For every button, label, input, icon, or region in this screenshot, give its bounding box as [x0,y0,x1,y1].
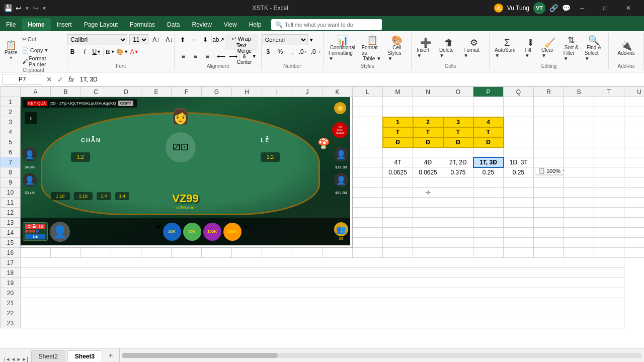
cell-Q1[interactable] [504,97,534,107]
col-header-G[interactable]: G [202,87,232,97]
copy-btn[interactable]: 📄 Copy ▼ [20,45,64,55]
cell-R6[interactable] [534,147,564,157]
hscrollbar[interactable] [119,348,644,362]
cell-K16[interactable] [323,248,353,258]
comma-btn[interactable]: , [287,46,298,57]
cell-S5[interactable] [564,137,594,147]
cell-R4[interactable] [534,127,564,137]
borders-btn[interactable]: ⊞ ▼ [105,46,116,57]
cell-N10[interactable]: ✛ [413,188,443,198]
font-size-select[interactable]: 11 [129,34,148,45]
cell-N16[interactable] [413,248,443,258]
row-header-3[interactable]: 3 [1,117,21,127]
cell-T10[interactable] [594,188,624,198]
fill-color-btn[interactable]: 🎨 ▼ [117,46,128,57]
cell-Q10[interactable] [504,188,534,198]
cell-M1[interactable] [383,97,413,107]
cell-S10[interactable] [564,188,594,198]
col-header-T[interactable]: T [594,87,624,97]
cell-O9[interactable] [443,177,473,188]
cell-O10[interactable] [443,188,473,198]
cell-R8[interactable]: 📋 100% ▼ [534,167,564,177]
maximize-btn[interactable]: □ [594,0,617,16]
cell-P2[interactable] [473,107,504,117]
paste-options-arrow[interactable]: ▼ [561,168,564,174]
sheet-tab-sheet3[interactable]: Sheet3 [67,350,102,362]
save-icon[interactable]: 💾 [4,4,13,12]
row-header-7[interactable]: 7 [1,157,21,167]
formula-input[interactable] [78,74,642,85]
cell-N13[interactable] [413,218,443,228]
cell-N14[interactable] [413,228,443,238]
row-header-20[interactable]: 20 [1,288,21,298]
cell-N15[interactable] [413,238,443,248]
cell-N3[interactable]: 2 [413,117,443,127]
cell-P11[interactable] [473,198,504,208]
paste-btn[interactable]: 📋 Paste ▼ [3,40,19,61]
cell-P6[interactable] [473,147,504,157]
insert-function-icon[interactable]: fx [66,74,76,84]
col-header-A[interactable]: A [21,87,51,97]
cell-P12[interactable] [473,208,504,218]
insert-btn[interactable]: ➕ Insert ▼ [415,37,436,59]
row-header-14[interactable]: 14 [1,228,21,238]
cell-O6[interactable] [443,147,473,157]
cell-O14[interactable] [443,228,473,238]
cell-R13[interactable] [534,218,564,228]
hscrollbar-thumb[interactable] [122,353,278,358]
cell-M9[interactable] [383,177,413,188]
cell-T12[interactable] [594,208,624,218]
cell-T9[interactable] [594,177,624,188]
italic-btn[interactable]: I [79,46,90,57]
cell-O7[interactable]: 2T, 2Đ [443,157,473,167]
cell-M10[interactable] [383,188,413,198]
cell-Q8[interactable]: 0.25 [504,167,534,177]
merge-center-btn[interactable]: Merge & Center ▼ [241,51,252,62]
cell-S3[interactable] [564,117,594,127]
format-painter-btn[interactable]: 🖌 Format Painter [20,56,64,66]
cell-T8[interactable] [594,167,624,177]
sheet-tab-sheet2[interactable]: Sheet2 [31,350,65,362]
cell-U15[interactable] [624,238,645,248]
row-header-19[interactable]: 19 [1,278,21,288]
cell-L5[interactable] [353,137,383,147]
cell-P16[interactable] [473,248,504,258]
cell-U16[interactable] [624,248,645,258]
close-btn[interactable]: ✕ [617,0,640,16]
cell-M15[interactable] [383,238,413,248]
align-top-btn[interactable]: ⬆ [178,34,188,45]
col-header-N[interactable]: N [413,87,443,97]
cell-U3[interactable] [624,117,645,127]
cell-S15[interactable] [564,238,594,248]
tab-insert[interactable]: Insert [51,18,78,31]
cell-P13[interactable] [473,218,504,228]
cell-L3[interactable] [353,117,383,127]
cell-T2[interactable] [594,107,624,117]
col-header-B[interactable]: B [51,87,81,97]
cell-E16[interactable] [141,248,172,258]
row-header-2[interactable]: 2 [1,107,21,117]
col-header-F[interactable]: F [172,87,202,97]
cell-R16[interactable] [534,248,564,258]
cell-R15[interactable] [534,238,564,248]
cell-P10[interactable] [473,188,504,198]
cell-L7[interactable] [353,157,383,167]
cell-Q15[interactable] [504,238,534,248]
cell-N12[interactable] [413,208,443,218]
cell-T13[interactable] [594,218,624,228]
cell-N7[interactable]: 4Đ [413,157,443,167]
col-header-R[interactable]: R [534,87,564,97]
cell-Q14[interactable] [504,228,534,238]
col-header-P[interactable]: P [473,87,504,97]
cell-P1[interactable] [473,97,504,107]
cell-S7[interactable] [564,157,594,167]
col-header-C[interactable]: C [81,87,111,97]
percent-btn[interactable]: % [275,46,286,57]
undo-icon[interactable]: ↩ [16,4,22,12]
orientation-btn[interactable]: ab↗ [213,34,224,45]
cell-T7[interactable] [594,157,624,167]
cell-N11[interactable] [413,198,443,208]
cell-P8[interactable]: 0.25 [473,167,504,177]
minimize-btn[interactable]: ─ [571,0,594,16]
cell-O2[interactable] [443,107,473,117]
